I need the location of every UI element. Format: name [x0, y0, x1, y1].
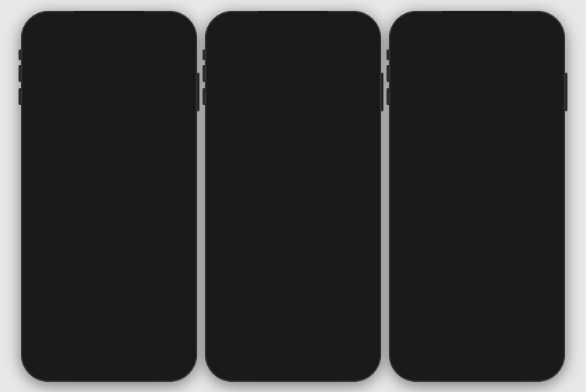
faceid-icon-3	[460, 173, 494, 207]
phone-screen-3: 11:25 ▲ ebay	[395, 17, 559, 376]
product-card-cologne-1: HUGO HUGO MAN Hugo Boss man cologne ED..…	[103, 318, 165, 373]
speaker-img-1: m	[46, 323, 85, 350]
cologne-label-1: HUGO	[128, 346, 139, 349]
featured-header-2: Featured Deals See All ›	[219, 305, 367, 313]
svg-point-4	[463, 176, 491, 204]
product-card-speaker-2: m Monster SuperStar High Definition Blue…	[219, 318, 281, 373]
speaker-img-3: m	[414, 323, 453, 350]
faceid-icon-1	[94, 175, 124, 206]
products-row-1: m Monster SuperStar High Definition Blue…	[35, 318, 183, 373]
vol-up-button-3	[387, 65, 389, 82]
vol-down-button	[19, 88, 21, 105]
speaker-logo-3: m	[431, 332, 438, 341]
product-card-speaker-3: m Monster SuperStar High Definition Blue…	[403, 318, 465, 373]
faceid-label-1: Face ID	[97, 220, 121, 227]
phone-1: 11:25 ▲ ebay	[21, 11, 197, 382]
product-image-speaker-3: m	[403, 318, 465, 356]
products-row-2: m Monster SuperStar High Definition Blue…	[219, 318, 367, 373]
see-all-3[interactable]: See All ›	[528, 305, 551, 312]
cologne-img-2: HUGO	[308, 322, 328, 353]
product-name-speaker-1: Monster SuperStar High Definition Blueto…	[35, 360, 97, 373]
product-image-cologne-1: HUGO	[103, 318, 165, 356]
cologne-cap-3	[498, 319, 506, 322]
featured-title-2: Featured Deals	[219, 305, 269, 313]
featured-header-3: Featured Deals See All ›	[403, 305, 551, 313]
featured-title-3: Featured Deals	[403, 305, 453, 313]
product-name-cologne-3: HUGO MAN Hugo Boss man cologne ED...	[471, 360, 533, 373]
speaker-img-2: m	[230, 323, 269, 350]
product-name-cologne-1: HUGO MAN Hugo Boss man cologne ED...	[103, 360, 165, 373]
vol-down-button-3	[387, 88, 389, 105]
faceid-overlay-2: Face ID	[268, 165, 318, 227]
vol-up-button	[19, 65, 21, 82]
product-image-cologne-3: HUGO	[471, 318, 533, 356]
featured-section-1: Featured Deals See All › m Monster Super…	[27, 301, 191, 376]
mute-button-3	[387, 49, 389, 60]
product-card-cologne-3: HUGO HUGO MAN Hugo Boss man cologne ED..…	[471, 318, 533, 373]
cologne-cap-1	[130, 319, 138, 322]
product-card-speaker-1: m Monster SuperStar High Definition Blue…	[35, 318, 97, 373]
product-image-speaker-2: m	[219, 318, 281, 356]
vol-up-button-2	[203, 65, 205, 82]
product-image-cologne-2: HUGO	[287, 318, 349, 356]
product-name-speaker-3: Monster SuperStar High Definition Blueto…	[403, 360, 465, 373]
featured-section-3: Featured Deals See All › m Monster Super…	[395, 301, 559, 376]
phone-screen-2: 11:25 ▲ ebay	[211, 17, 375, 376]
product-image-speaker-1: m	[35, 318, 97, 356]
product-name-speaker-2: Monster SuperStar High Definition Blueto…	[219, 360, 281, 373]
cologne-img-3: HUGO	[492, 322, 512, 353]
cologne-cap-2	[314, 319, 322, 322]
phone-2: 11:25 ▲ ebay	[205, 11, 381, 382]
product-name-cologne-2: HUGO MAN Hugo Boss man cologne ED...	[287, 360, 349, 373]
cologne-label-3: HUGO	[496, 346, 507, 349]
faceid-icon-container-2	[268, 165, 318, 215]
products-row-3: m Monster SuperStar High Definition Blue…	[403, 318, 551, 373]
see-all-2[interactable]: See All ›	[344, 305, 367, 312]
phone-screen-1: 11:25 ▲ ebay	[27, 17, 191, 376]
faceid-icon-container-1	[84, 165, 134, 215]
mute-button-2	[203, 49, 205, 60]
speaker-logo-2: m	[247, 332, 254, 341]
faceid-label-3: Face ID	[465, 220, 489, 227]
vol-down-button-2	[203, 88, 205, 105]
featured-title-1: Featured Deals	[35, 305, 85, 313]
faceid-label-2: Face ID	[281, 220, 305, 227]
faceid-overlay-1: Face ID	[84, 165, 134, 227]
faceid-icon-2	[278, 175, 308, 206]
phone-3: 11:25 ▲ ebay	[389, 11, 565, 382]
see-all-1[interactable]: See All ›	[160, 305, 183, 312]
featured-section-2: Featured Deals See All › m Monster Super…	[211, 301, 375, 376]
faceid-overlay-3: Face ID	[452, 165, 502, 227]
product-card-cologne-2: HUGO HUGO MAN Hugo Boss man cologne ED..…	[287, 318, 349, 373]
cologne-img-1: HUGO	[124, 322, 144, 353]
mute-button	[19, 49, 21, 60]
featured-header-1: Featured Deals See All ›	[35, 305, 183, 313]
cologne-label-2: HUGO	[312, 346, 323, 349]
speaker-logo-1: m	[63, 332, 70, 341]
faceid-icon-container-3	[452, 165, 502, 215]
